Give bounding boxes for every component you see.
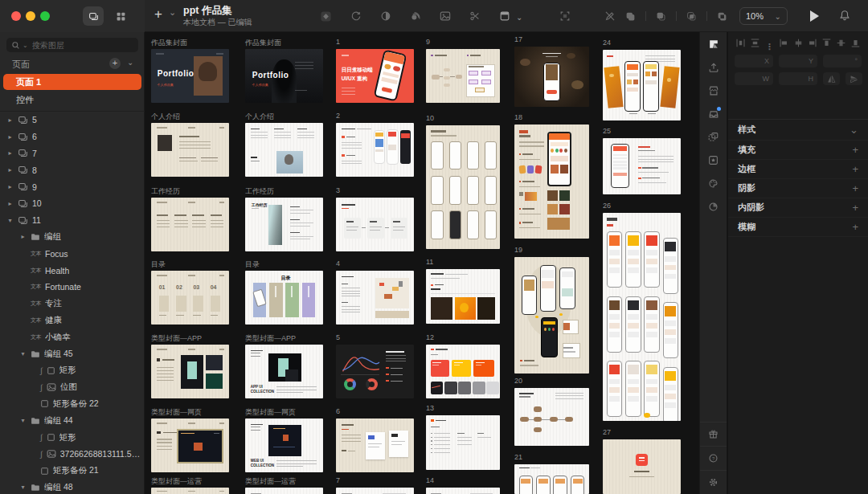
- slide-thumbnail[interactable]: [151, 345, 229, 398]
- slide-thumbnail[interactable]: [336, 345, 414, 398]
- distribute-vertical-button[interactable]: [751, 39, 760, 53]
- chevron-right-icon[interactable]: ▸: [6, 116, 14, 124]
- chevron-down-icon[interactable]: ▾: [19, 417, 27, 424]
- layer-row[interactable]: 文本小确幸: [0, 329, 145, 345]
- align-bottom-button[interactable]: [851, 39, 860, 53]
- slide-thumbnail[interactable]: [151, 123, 229, 177]
- slide-label[interactable]: 10: [426, 114, 434, 122]
- more-options-button[interactable]: ⋮: [765, 39, 774, 53]
- frame-tool-button[interactable]: [83, 6, 104, 26]
- close-button[interactable]: [11, 11, 21, 21]
- slide-thumbnail[interactable]: [603, 138, 681, 194]
- flip-horizontal-button[interactable]: [823, 72, 840, 85]
- rotation-input[interactable]: °: [823, 55, 862, 67]
- design-panel-button[interactable]: [700, 32, 727, 55]
- asset-star-button[interactable]: [700, 149, 727, 172]
- add-icon[interactable]: +: [852, 182, 858, 194]
- slide-thumbnail[interactable]: [426, 345, 500, 398]
- slide-thumbnail[interactable]: [336, 418, 414, 472]
- slide-label[interactable]: 21: [514, 453, 522, 461]
- slide-thumbnail[interactable]: [603, 439, 681, 494]
- slide-label[interactable]: 类型封面—运营: [245, 476, 296, 487]
- page-item[interactable]: 页面 1: [3, 74, 141, 90]
- slide-label[interactable]: 24: [603, 39, 611, 47]
- slide-thumbnail[interactable]: Portfolio个人作品集: [245, 49, 323, 103]
- layer-row[interactable]: 文本Fortunate: [0, 279, 145, 296]
- bool-intersect-button[interactable]: [686, 11, 697, 22]
- align-top-button[interactable]: [822, 39, 831, 53]
- selection-outline-button[interactable]: [559, 10, 571, 22]
- play-button[interactable]: [810, 10, 819, 22]
- layer-row[interactable]: ▸9: [0, 178, 145, 195]
- chevron-right-icon[interactable]: ▸: [6, 200, 14, 207]
- layer-row[interactable]: 文本专注: [0, 296, 145, 312]
- section-样式[interactable]: 样式⌄: [728, 120, 868, 141]
- section-填充[interactable]: 填充+: [728, 141, 868, 160]
- chevron-down-button[interactable]: ⌄: [516, 10, 522, 22]
- flip-vertical-button[interactable]: [845, 72, 862, 85]
- slide-thumbnail[interactable]: [336, 488, 414, 494]
- slide-thumbnail[interactable]: [151, 488, 229, 494]
- layer-row[interactable]: 矩形备份 22: [0, 396, 145, 413]
- align-left-button[interactable]: [780, 39, 788, 53]
- palette-button[interactable]: [700, 172, 727, 195]
- slide-label[interactable]: 7: [336, 476, 340, 484]
- slide-thumbnail[interactable]: [603, 213, 681, 421]
- pie-chart-button[interactable]: [700, 195, 727, 218]
- y-input[interactable]: Y: [779, 55, 817, 67]
- chevron-right-icon[interactable]: ▸: [6, 166, 14, 174]
- layer-row[interactable]: 文本健康: [0, 312, 145, 329]
- layer-row[interactable]: ▾11: [0, 212, 145, 229]
- slide-thumbnail[interactable]: [426, 49, 500, 103]
- slide-thumbnail[interactable]: [151, 418, 229, 472]
- minimize-button[interactable]: [26, 11, 35, 21]
- slide-thumbnail[interactable]: [336, 198, 414, 251]
- height-input[interactable]: H: [779, 72, 817, 85]
- slide-thumbnail[interactable]: [426, 415, 500, 470]
- shape-diamond-button[interactable]: [320, 10, 332, 22]
- contrast-button[interactable]: [380, 10, 391, 22]
- chevron-right-icon[interactable]: ▸: [6, 183, 14, 190]
- slide-thumbnail[interactable]: [151, 198, 229, 251]
- layer-row[interactable]: ∫位图: [0, 379, 145, 396]
- chevron-down-icon[interactable]: ▾: [19, 350, 27, 357]
- layer-row[interactable]: ▸5: [0, 112, 145, 129]
- slide-label[interactable]: 目录: [151, 259, 166, 270]
- layer-row[interactable]: 文本Health: [0, 262, 145, 279]
- search-box[interactable]: ⌄: [6, 38, 138, 52]
- align-right-button[interactable]: [808, 39, 817, 53]
- distribute-horizontal-button[interactable]: [736, 39, 745, 53]
- slide-thumbnail[interactable]: [426, 269, 500, 324]
- slide-thumbnail[interactable]: [514, 388, 589, 446]
- rotate-button[interactable]: [350, 10, 362, 22]
- slide-thumbnail[interactable]: [603, 50, 681, 120]
- slide-thumbnail[interactable]: [514, 464, 589, 494]
- pen-slash-button[interactable]: [604, 10, 616, 22]
- add-icon[interactable]: +: [852, 163, 858, 175]
- slide-thumbnail[interactable]: [336, 123, 414, 177]
- section-内阴影[interactable]: 内阴影+: [728, 198, 868, 218]
- slide-label[interactable]: 类型封面—APP: [151, 333, 202, 344]
- slide-label[interactable]: 20: [514, 377, 522, 385]
- layer-row[interactable]: ∫37266268813111.5b6a4...: [0, 446, 145, 463]
- gift-button[interactable]: [700, 422, 727, 446]
- layer-row[interactable]: ▸编组: [0, 229, 145, 246]
- components-grid-button[interactable]: [110, 6, 131, 26]
- x-input[interactable]: X: [735, 55, 773, 67]
- layer-row[interactable]: ▸10: [0, 195, 145, 212]
- section-边框[interactable]: 边框+: [728, 160, 868, 179]
- add-icon[interactable]: +: [852, 221, 858, 233]
- slide-label[interactable]: 目录: [245, 259, 260, 270]
- slide-label[interactable]: 3: [336, 186, 340, 194]
- upload-button[interactable]: [700, 55, 727, 79]
- bool-subtract-button[interactable]: [656, 11, 666, 22]
- chevron-down-icon[interactable]: ▾: [6, 217, 14, 224]
- scissors-button[interactable]: [469, 10, 481, 22]
- slide-label[interactable]: 12: [426, 333, 434, 341]
- page-item[interactable]: 控件: [3, 92, 141, 108]
- settings-gear-button[interactable]: [700, 470, 727, 494]
- pages-collapse-icon[interactable]: ⌄: [127, 58, 133, 67]
- insert-button[interactable]: +: [149, 6, 167, 22]
- slide-thumbnail[interactable]: 01020304: [151, 271, 229, 325]
- help-button[interactable]: ?: [700, 446, 727, 470]
